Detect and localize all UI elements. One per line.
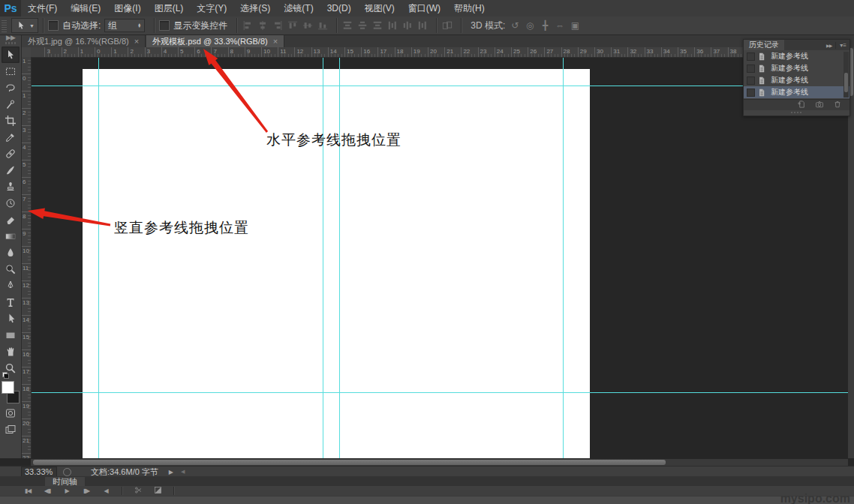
dist-top-icon[interactable] [341,20,353,32]
close-icon[interactable]: × [134,37,139,46]
menu-item-9[interactable]: 视图(V) [358,0,401,16]
auto-select-dropdown[interactable]: 组 ▲▼ [104,19,145,32]
dodge-tool[interactable] [2,261,20,278]
brush-tool[interactable] [2,162,20,178]
foreground-color-swatch[interactable] [2,381,14,394]
next-frame-button[interactable]: ▮▶ [81,488,92,494]
menu-item-7[interactable]: 滤镜(T) [277,0,320,16]
ruler-origin-box[interactable] [21,47,32,58]
horizontal-guide[interactable] [31,392,848,393]
toolbar-grip[interactable] [5,42,16,44]
history-state-row[interactable]: 新建参考线 [744,50,849,62]
align-bottom-icon[interactable] [317,20,329,32]
delete-state-icon[interactable] [833,98,842,112]
tab-timeline[interactable]: 时间轴 [45,477,85,486]
history-source-checkbox[interactable] [747,64,755,73]
crop-tool[interactable] [2,112,20,129]
align-top-icon[interactable] [287,20,299,32]
zoom-level-field[interactable]: 33.33% [21,466,57,477]
close-icon[interactable]: × [273,37,278,46]
dist-v-center-icon[interactable] [356,20,368,32]
audio-button[interactable]: ◀ [101,488,111,494]
first-frame-button[interactable]: ▮◀ [23,488,33,494]
new-document-from-state-icon[interactable] [797,98,806,112]
history-brush-tool[interactable] [2,195,20,212]
canvas-area[interactable]: 水平参考线拖拽位置 竖直参考线拖拽位置 [31,57,848,458]
tool-preset-picker[interactable]: ▼ [11,18,38,33]
auto-align-icon[interactable] [441,20,453,32]
3d-orbit-icon[interactable]: ↺ [508,20,522,31]
quick-mask-button[interactable] [2,405,20,422]
default-colors-icon[interactable] [2,372,9,379]
menu-item-10[interactable]: 窗口(W) [401,0,447,16]
lasso-tool[interactable] [2,80,20,96]
prev-frame-button[interactable]: ◀▮ [42,488,53,494]
menu-item-8[interactable]: 3D(D) [320,0,358,16]
marquee-tool[interactable] [2,63,20,80]
horizontal-ruler[interactable]: 3210123456789101112131415161718192021222… [31,47,848,58]
tab-history[interactable]: 历史记录 [744,40,784,50]
options-grip[interactable] [2,19,7,32]
panel-collapse-icon[interactable]: ▶▶ [826,43,831,48]
horizontal-guide[interactable] [31,86,848,86]
3d-roll-icon[interactable]: ◎ [523,20,537,31]
dist-right-icon[interactable] [416,20,429,32]
menu-item-3[interactable]: 图像(I) [107,0,147,16]
history-scrollbar-thumb[interactable] [844,73,848,92]
document-page[interactable] [83,69,590,458]
toolbar-collapse-icon[interactable]: ▶▶ [0,34,21,40]
screen-mode-button[interactable] [2,422,20,438]
hand-tool[interactable] [2,344,20,360]
shape-tool[interactable] [2,327,20,344]
play-button[interactable]: ▶ [62,488,72,494]
horizontal-scrollbar-thumb[interactable] [33,460,666,465]
menu-item-2[interactable]: 编辑(E) [64,0,107,16]
type-tool[interactable] [2,294,20,310]
3d-zoom-icon[interactable]: ▣ [568,20,582,31]
dist-left-icon[interactable] [386,20,398,32]
move-tool[interactable] [2,46,20,63]
horizontal-scrollbar[interactable] [31,459,848,466]
path-select-tool[interactable] [2,310,20,327]
transition-icon[interactable] [152,486,163,496]
align-left-icon[interactable] [242,20,254,32]
3d-slide-icon[interactable]: ⇔ [553,20,567,31]
document-tab-1[interactable]: 外观1.jpg @ 16.7%(RGB/8)× [22,35,146,47]
align-right-icon[interactable] [272,20,284,32]
menu-item-5[interactable]: 文字(Y) [190,0,233,16]
menu-item-6[interactable]: 选择(S) [233,0,277,16]
history-source-checkbox[interactable] [747,52,755,61]
history-state-row[interactable]: 新建参考线 [744,74,849,86]
vertical-guide[interactable] [563,57,564,458]
menu-item-4[interactable]: 图层(L) [148,0,191,16]
3d-pan-icon[interactable]: ╋ [538,20,552,31]
show-transform-checkbox[interactable] [159,20,170,31]
healing-tool[interactable] [2,146,20,162]
dist-bottom-icon[interactable] [371,20,383,32]
eraser-tool[interactable] [2,212,20,228]
history-source-checkbox[interactable] [747,88,755,97]
align-v-center-icon[interactable] [302,20,314,32]
menu-item-1[interactable]: 文件(F) [21,0,64,16]
history-source-checkbox[interactable] [747,76,755,85]
pen-tool[interactable] [2,278,20,294]
panel-menu-icon[interactable]: ▾≡ [835,42,846,49]
blur-tool[interactable] [2,244,20,261]
history-state-row[interactable]: 新建参考线 [744,86,849,98]
eyedropper-tool[interactable] [2,129,20,146]
history-scrollbar[interactable] [843,52,849,98]
vertical-ruler[interactable]: 1012345678910111213141516171819202122 [21,57,32,458]
new-snapshot-icon[interactable] [815,98,824,112]
gradient-tool[interactable] [2,228,20,244]
vertical-guide[interactable] [323,57,323,458]
align-h-center-icon[interactable] [257,20,269,32]
history-state-row[interactable]: 新建参考线 [744,62,849,74]
auto-select-checkbox[interactable] [48,20,59,31]
split-clip-icon[interactable] [133,486,143,496]
menu-item-11[interactable]: 帮助(H) [447,0,492,16]
clone-stamp-tool[interactable] [2,178,20,195]
document-tab-2[interactable]: 外观模板.psd @ 33.3%(RGB/8)× [146,35,284,47]
dist-h-center-icon[interactable] [401,20,413,32]
status-flyout-arrow[interactable]: ▶ [169,469,173,476]
vertical-guide[interactable] [339,57,340,458]
